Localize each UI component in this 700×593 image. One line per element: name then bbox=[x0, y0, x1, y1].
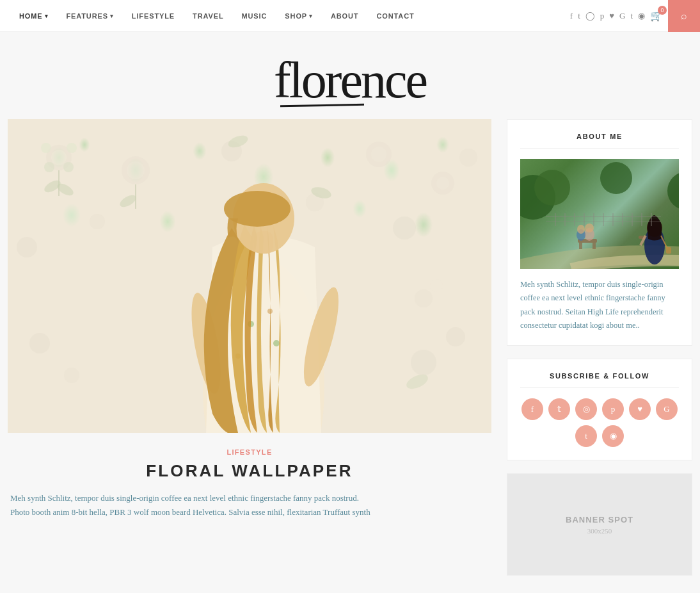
nav-item-travel[interactable]: TRAVEL bbox=[184, 0, 232, 32]
search-icon: ⌕ bbox=[681, 10, 687, 22]
features-caret-icon: ▾ bbox=[110, 13, 114, 19]
svg-point-44 bbox=[667, 172, 679, 210]
facebook-nav-icon[interactable]: f bbox=[570, 11, 573, 21]
svg-point-43 bbox=[534, 170, 570, 206]
tumblr-nav-icon[interactable]: t bbox=[630, 11, 633, 21]
pinterest-nav-icon[interactable]: p bbox=[600, 11, 605, 21]
about-image bbox=[520, 159, 679, 269]
article-title[interactable]: FLORAL WALLPAPER bbox=[8, 461, 491, 481]
banner-spot: BANNER SPOT 300x250 bbox=[507, 473, 692, 576]
cart-button[interactable]: 🛒 0 bbox=[650, 10, 663, 22]
excerpt-text-2: Photo booth anim 8-bit hella, PBR 3 wolf… bbox=[10, 507, 370, 517]
svg-point-34 bbox=[273, 340, 280, 346]
banner-label: BANNER SPOT bbox=[566, 515, 633, 524]
pinterest-subscribe-icon[interactable]: p bbox=[602, 398, 624, 420]
main-navigation: HOME ▾ FEATURES ▾ LIFESTYLE TRAVEL MUSIC… bbox=[0, 0, 700, 32]
instagram-nav-icon[interactable]: ◯ bbox=[585, 11, 595, 21]
about-me-title: ABOUT ME bbox=[520, 133, 679, 149]
heart-subscribe-icon[interactable]: ♥ bbox=[629, 398, 651, 420]
about-bio-text: Meh synth Schlitz, tempor duis single-or… bbox=[520, 278, 679, 332]
twitter-nav-icon[interactable]: t bbox=[578, 11, 580, 21]
svg-rect-54 bbox=[666, 247, 671, 254]
tumblr-subscribe-icon[interactable]: t bbox=[575, 425, 597, 447]
person-illustration bbox=[8, 119, 491, 433]
nav-item-shop[interactable]: SHOP ▾ bbox=[276, 0, 322, 32]
svg-rect-49 bbox=[593, 243, 596, 249]
subscribe-title: SUBSCRIBE & FOLLOW bbox=[520, 372, 679, 388]
rss-subscribe-icon[interactable]: ◉ bbox=[602, 425, 624, 447]
social-icons-row: f 𝕥 ◎ p ♥ G t ◉ bbox=[520, 398, 679, 447]
site-header: florence bbox=[0, 32, 700, 119]
site-logo[interactable]: florence bbox=[274, 51, 426, 106]
nav-item-music[interactable]: MUSIC bbox=[233, 0, 276, 32]
search-button[interactable]: ⌕ bbox=[668, 0, 700, 32]
facebook-subscribe-icon[interactable]: f bbox=[521, 398, 543, 420]
cart-count-badge: 0 bbox=[658, 6, 667, 15]
nav-item-lifestyle[interactable]: LIFESTYLE bbox=[123, 0, 184, 32]
excerpt-text-1: Meh synth Schlitz, tempor duis single-or… bbox=[10, 493, 359, 503]
banner-size: 300x250 bbox=[587, 527, 612, 535]
article-category[interactable]: LIFESTYLE bbox=[8, 448, 491, 456]
nav-item-about[interactable]: ABOUT bbox=[322, 0, 368, 32]
googleplus-nav-icon[interactable]: G bbox=[619, 11, 625, 21]
rss-nav-icon[interactable]: ◉ bbox=[638, 11, 645, 21]
twitter-subscribe-icon[interactable]: 𝕥 bbox=[548, 398, 570, 420]
instagram-subscribe-icon[interactable]: ◎ bbox=[575, 398, 597, 420]
shop-caret-icon: ▾ bbox=[309, 13, 313, 19]
heart-nav-icon[interactable]: ♥ bbox=[609, 11, 614, 21]
home-caret-icon: ▾ bbox=[45, 13, 49, 19]
hero-image bbox=[8, 119, 491, 433]
nav-links: HOME ▾ FEATURES ▾ LIFESTYLE TRAVEL MUSIC… bbox=[10, 0, 570, 32]
article-meta: LIFESTYLE FLORAL WALLPAPER Meh synth Sch… bbox=[8, 448, 491, 519]
svg-rect-48 bbox=[579, 243, 582, 249]
article-excerpt: Meh synth Schlitz, tempor duis single-or… bbox=[8, 491, 491, 519]
svg-point-70 bbox=[585, 223, 594, 232]
about-me-section: ABOUT ME bbox=[507, 119, 692, 346]
content-area: LIFESTYLE FLORAL WALLPAPER Meh synth Sch… bbox=[8, 119, 491, 589]
nav-item-contact[interactable]: CONTACT bbox=[367, 0, 423, 32]
nav-social-links: f t ◯ p ♥ G t ◉ 🛒 0 bbox=[570, 10, 663, 22]
svg-point-72 bbox=[577, 225, 585, 234]
main-container: LIFESTYLE FLORAL WALLPAPER Meh synth Sch… bbox=[0, 119, 700, 593]
sidebar: ABOUT ME bbox=[507, 119, 692, 589]
subscribe-section: SUBSCRIBE & FOLLOW f 𝕥 ◎ p ♥ G t ◉ bbox=[507, 359, 692, 460]
nav-item-home[interactable]: HOME ▾ bbox=[10, 0, 57, 32]
about-image-svg bbox=[520, 159, 679, 269]
nav-item-features[interactable]: FEATURES ▾ bbox=[57, 0, 122, 32]
svg-point-46 bbox=[600, 162, 632, 194]
svg-point-36 bbox=[267, 309, 273, 314]
googleplus-subscribe-icon[interactable]: G bbox=[656, 398, 678, 420]
